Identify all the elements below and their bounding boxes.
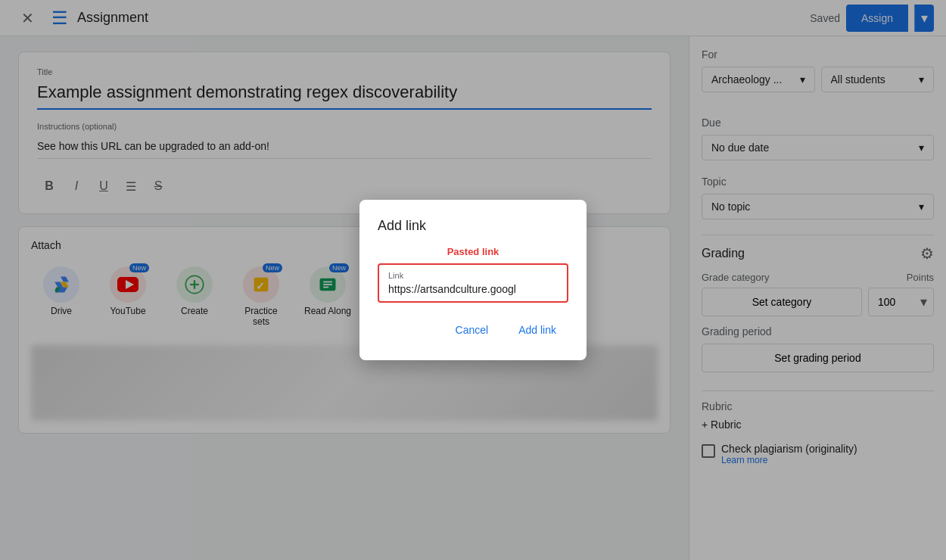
modal-overlay: Add link Pasted link Link Cancel Add lin…: [0, 0, 946, 560]
add-link-modal: Add link Pasted link Link Cancel Add lin…: [359, 200, 587, 360]
pasted-link-label: Pasted link: [378, 246, 568, 257]
link-field-input[interactable]: [388, 283, 558, 295]
add-link-button[interactable]: Add link: [506, 318, 568, 342]
modal-actions: Cancel Add link: [378, 318, 568, 342]
link-input-container: Link: [378, 263, 568, 303]
link-field-label: Link: [388, 271, 558, 280]
cancel-button[interactable]: Cancel: [443, 318, 501, 342]
modal-title: Add link: [378, 218, 568, 234]
